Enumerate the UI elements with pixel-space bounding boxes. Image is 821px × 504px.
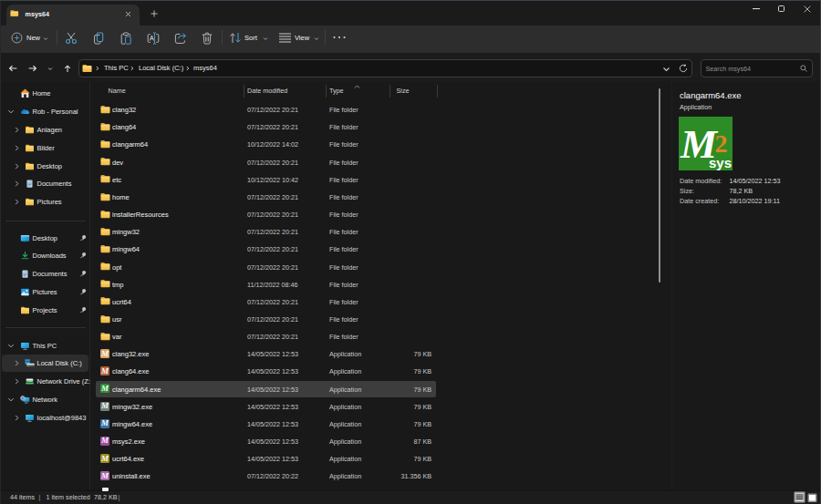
svg-text:sys: sys: [709, 155, 732, 170]
svg-text:2: 2: [715, 129, 728, 158]
